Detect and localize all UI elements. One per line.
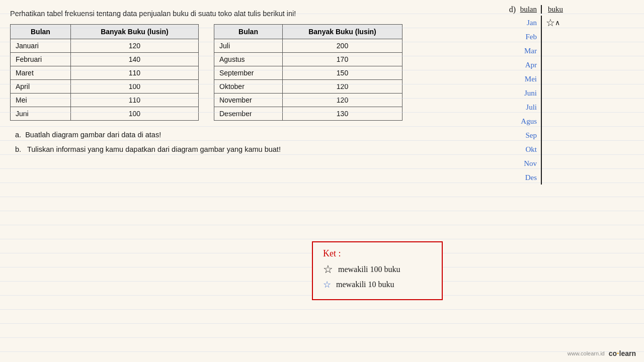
- table-row: Mei 110: [11, 94, 199, 107]
- main-page: Perhatikan tabel frekuensi tentang data …: [0, 0, 644, 362]
- month-cell: September: [214, 66, 283, 80]
- month-cell: Juni: [11, 107, 71, 121]
- month-sep: Sep: [513, 131, 541, 140]
- table-row: April 100: [11, 80, 199, 94]
- count-cell: 110: [70, 66, 198, 80]
- tables-container: Bulan Banyak Buku (lusin) Januari 120 Fe…: [10, 24, 403, 121]
- count-cell: 200: [283, 39, 403, 53]
- table-left: Bulan Banyak Buku (lusin) Januari 120 Fe…: [10, 24, 199, 121]
- diagram-row-nov: Nov: [513, 156, 629, 170]
- legend-item-large-text: mewakili 100 buku: [338, 265, 400, 274]
- table-row: Maret 110: [11, 66, 199, 80]
- month-jan: Jan: [513, 19, 541, 27]
- diagram-row-feb: Feb: [513, 30, 629, 44]
- star-large-icon: ☆: [323, 263, 333, 276]
- diagram-row-agus: Agus: [513, 114, 629, 128]
- month-cell: Maret: [11, 66, 71, 80]
- table-row: Desember 130: [214, 107, 403, 121]
- table-row: Januari 120: [11, 39, 199, 53]
- count-cell: 120: [283, 80, 403, 94]
- legend-item-large: ☆ mewakili 100 buku: [323, 263, 432, 276]
- count-cell: 100: [70, 80, 198, 94]
- table-right-header-bulan: Bulan: [214, 25, 283, 39]
- diagram-row-juni: Juni: [513, 86, 629, 100]
- month-cell: April: [11, 80, 71, 94]
- table-row: Juni 100: [11, 107, 199, 121]
- month-juni: Juni: [513, 89, 541, 98]
- star-jan-suffix: ∧: [555, 19, 560, 27]
- branding-section: www.colearn.id co·learn: [568, 349, 636, 358]
- month-cell: Desember: [214, 107, 283, 121]
- month-mei: Mei: [513, 75, 541, 83]
- diagram-row-jan: Jan ☆ ∧: [513, 16, 629, 30]
- diagram-row-okt: Okt: [513, 142, 629, 156]
- month-cell: Oktober: [214, 80, 283, 94]
- star-small-icon: ☆: [323, 279, 331, 290]
- month-juli: Juli: [513, 103, 541, 112]
- table-row: November 120: [214, 94, 403, 107]
- table-row: Februari 140: [11, 53, 199, 66]
- month-apr: Apr: [513, 61, 541, 69]
- month-cell: Februari: [11, 53, 71, 66]
- questions-section: a. Buatlah diagram gambar dari data di a…: [10, 128, 403, 157]
- legend-item-small: ☆ mewakili 10 buku: [323, 279, 432, 290]
- table-row: Agustus 170: [214, 53, 403, 66]
- month-cell: Juli: [214, 39, 283, 53]
- star-jan-icon: ☆: [546, 17, 555, 29]
- count-cell: 140: [70, 53, 198, 66]
- month-des: Des: [513, 173, 541, 182]
- month-mar: Mar: [513, 47, 541, 55]
- table-row: Oktober 120: [214, 80, 403, 94]
- diagram-section: bulan buku Jan ☆ ∧ Feb: [513, 5, 629, 185]
- count-cell: 100: [70, 107, 198, 121]
- legend-title: Ket :: [323, 248, 432, 259]
- table-right-header-buku: Banyak Buku (lusin): [283, 25, 403, 39]
- diagram-rows: Jan ☆ ∧ Feb Mar Apr Mei: [513, 16, 629, 185]
- table-right: Bulan Banyak Buku (lusin) Juli 200 Agust…: [214, 24, 403, 121]
- month-cell: November: [214, 94, 283, 107]
- question-a: a. Buatlah diagram gambar dari data di a…: [15, 128, 403, 142]
- question-b: b. Tuliskan informasi yang kamu dapatkan…: [15, 142, 403, 157]
- legend-box: Ket : ☆ mewakili 100 buku ☆ mewakili 10 …: [312, 241, 443, 300]
- diagram-row-juli: Juli: [513, 100, 629, 114]
- count-cell: 110: [70, 94, 198, 107]
- count-cell: 130: [283, 107, 403, 121]
- count-cell: 120: [70, 39, 198, 53]
- count-cell: 120: [283, 94, 403, 107]
- month-nov: Nov: [513, 159, 541, 168]
- diagram-row-apr: Apr: [513, 58, 629, 72]
- branding-url: www.colearn.id: [568, 350, 605, 356]
- diagram-row-des: Des: [513, 170, 629, 185]
- month-agus: Agus: [513, 117, 541, 126]
- branding-logo: co·learn: [609, 349, 636, 358]
- diagram-row-mar: Mar: [513, 44, 629, 58]
- diagram-row-sep: Sep: [513, 128, 629, 142]
- table-row: September 150: [214, 66, 403, 80]
- legend-item-small-text: mewakili 10 buku: [336, 280, 394, 289]
- count-cell: 150: [283, 66, 403, 80]
- intro-text: Perhatikan tabel frekuensi tentang data …: [10, 8, 403, 19]
- table-row: Juli 200: [214, 39, 403, 53]
- diagram-row-mei: Mei: [513, 72, 629, 86]
- count-cell: 170: [283, 53, 403, 66]
- month-okt: Okt: [513, 145, 541, 154]
- month-cell: Januari: [11, 39, 71, 53]
- month-cell: Mei: [11, 94, 71, 107]
- diagram-buku-header: buku: [548, 5, 563, 13]
- month-cell: Agustus: [214, 53, 283, 66]
- month-feb: Feb: [513, 33, 541, 41]
- table-left-header-buku: Banyak Buku (lusin): [70, 25, 198, 39]
- diagram-bulan-header: bulan: [520, 5, 537, 13]
- table-left-header-bulan: Bulan: [11, 25, 71, 39]
